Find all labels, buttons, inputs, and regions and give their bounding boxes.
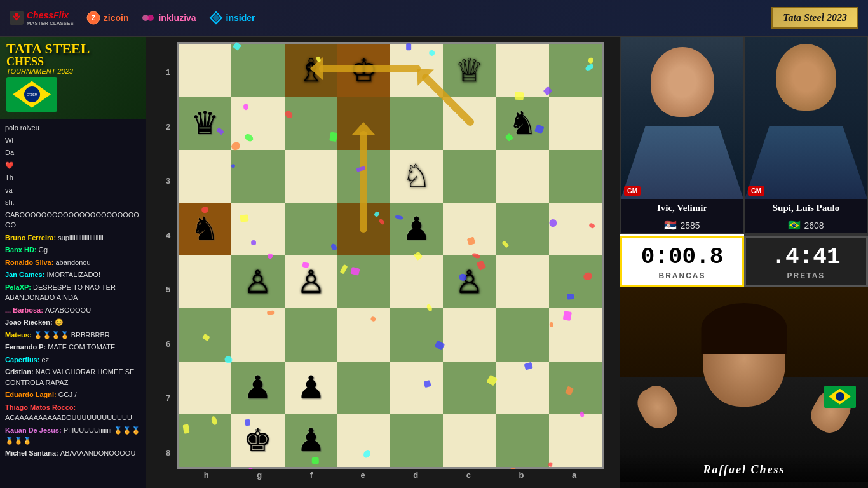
board-square[interactable]: ♘: [390, 150, 443, 203]
board-square[interactable]: [496, 362, 549, 414]
board-square[interactable]: [390, 362, 443, 414]
stream-title-line1: TATA STEEL: [6, 42, 140, 56]
brazil-flag: ORDEM: [6, 77, 57, 112]
board-square[interactable]: [337, 150, 390, 203]
chess-piece: ♞: [508, 107, 537, 139]
board-square[interactable]: [231, 308, 284, 361]
board-square[interactable]: [337, 414, 390, 467]
board-square[interactable]: [549, 255, 602, 308]
chat-message: Bruno Ferreira: supiiiiiiiiiiiiiiiiiiiii…: [5, 233, 141, 243]
chat-panel: TATA STEEL CHESS TOURNAMENT 2023 ORDEM p…: [0, 37, 146, 488]
board-square[interactable]: [231, 203, 284, 255]
board-square[interactable]: [496, 414, 549, 467]
chat-message: Cristian: NAO VAI CHORAR HOMEE SE CONTRO…: [5, 367, 141, 388]
top-bar: ChessFlix MASTER CLASSES Z zicoin inkluz…: [0, 0, 868, 37]
chess-piece: ♙: [243, 266, 272, 298]
board-square[interactable]: [285, 150, 337, 203]
chess-piece: ♚: [243, 424, 272, 456]
board-square[interactable]: [231, 97, 284, 149]
board-square[interactable]: [179, 44, 231, 97]
chat-message: CABOOOOOOOOOOOOOOOOOOOOOOOO: [5, 210, 141, 231]
chat-message: va: [5, 185, 141, 196]
board-square[interactable]: [390, 414, 443, 467]
insider-icon: [209, 11, 223, 25]
board-square[interactable]: ♚: [231, 414, 284, 467]
board-square[interactable]: [443, 97, 496, 149]
chat-message: ... Barbosa: ACABOOOOU: [5, 305, 141, 316]
chat-messages[interactable]: polo rolveuWiDa❤️Thvash.CABOOOOOOOOOOOOO…: [0, 119, 146, 488]
board-square[interactable]: [390, 97, 443, 149]
chess-piece: ♟: [297, 372, 325, 403]
board-square[interactable]: [443, 308, 496, 361]
board-square[interactable]: ♞: [179, 203, 231, 255]
commentator-name: Raffael Chess: [620, 454, 868, 482]
board-square[interactable]: [337, 203, 390, 255]
board-square[interactable]: [549, 362, 602, 414]
board-square[interactable]: ♙: [231, 255, 284, 308]
chess-piece: ♙: [455, 266, 484, 298]
chat-message: Michel Santana: ABAAAANDONOOOOU: [5, 448, 141, 459]
board-square[interactable]: ♟: [285, 362, 337, 414]
board-square[interactable]: [496, 308, 549, 361]
board-square[interactable]: [443, 362, 496, 414]
board-square[interactable]: [337, 308, 390, 361]
chess-piece: ♗: [297, 55, 325, 86]
board-square[interactable]: ♟: [390, 203, 443, 255]
white-flag: 🇷🇸: [664, 219, 677, 231]
board-square[interactable]: [231, 44, 284, 97]
board-square[interactable]: ♙: [443, 255, 496, 308]
board-square[interactable]: [390, 44, 443, 97]
board-square[interactable]: [285, 308, 337, 361]
board-square[interactable]: ♗: [285, 44, 337, 97]
tata-steel-badge-area: Tata Steel 2023: [771, 7, 858, 29]
board-square[interactable]: [496, 255, 549, 308]
chat-message: Da: [5, 147, 141, 158]
board-square[interactable]: [179, 308, 231, 361]
chat-message: Eduardo Lagni: GGJ /: [5, 390, 141, 400]
board-square[interactable]: [337, 97, 390, 149]
white-gm-badge: GM: [624, 186, 641, 196]
board-square[interactable]: ♙: [285, 255, 337, 308]
board-square[interactable]: [179, 414, 231, 467]
board-square[interactable]: [549, 44, 602, 97]
insider-sponsor: insider: [209, 11, 255, 25]
board-square[interactable]: [549, 97, 602, 149]
white-timer-value: 0:00.8: [641, 244, 724, 270]
board-square[interactable]: [337, 362, 390, 414]
board-square[interactable]: [549, 150, 602, 203]
board-square[interactable]: [337, 255, 390, 308]
board-square[interactable]: [443, 414, 496, 467]
board-square[interactable]: [179, 150, 231, 203]
board-square[interactable]: [390, 255, 443, 308]
board-square[interactable]: [549, 203, 602, 255]
chat-message: Fernando P: MATE COM TOMATE: [5, 342, 141, 353]
chat-message: Thiago Matos Rocco: ACAAAAAAAAAABOUUUUUU…: [5, 402, 141, 423]
board-square[interactable]: [443, 203, 496, 255]
chat-message: sh.: [5, 197, 141, 208]
board-square[interactable]: [496, 44, 549, 97]
chat-message: Jan Games: IMORTALIZADO!: [5, 269, 141, 280]
board-square[interactable]: [549, 414, 602, 467]
white-timer-label: BRANCAS: [659, 271, 706, 280]
board-ranks: 1 2 3 4 5 6 7 8: [163, 42, 177, 483]
board-square[interactable]: [549, 308, 602, 361]
board-square[interactable]: [285, 203, 337, 255]
board-square[interactable]: ♔: [337, 44, 390, 97]
board-square[interactable]: [390, 308, 443, 361]
board-square[interactable]: ♛: [179, 97, 231, 149]
board-square[interactable]: [179, 362, 231, 414]
stream-title-line2: CHESS: [6, 56, 140, 67]
board-files: h g f e d c b a: [177, 469, 604, 483]
board-square[interactable]: [179, 255, 231, 308]
board-square[interactable]: [285, 97, 337, 149]
board-square[interactable]: [443, 150, 496, 203]
chess-piece: ♞: [191, 213, 219, 245]
chess-piece: ♛: [191, 107, 219, 139]
board-square[interactable]: [231, 150, 284, 203]
board-square[interactable]: [496, 203, 549, 255]
board-square[interactable]: [496, 150, 549, 203]
board-square[interactable]: ♞: [496, 97, 549, 149]
board-square[interactable]: ♟: [285, 414, 337, 467]
board-square[interactable]: ♕: [443, 44, 496, 97]
board-square[interactable]: ♟: [231, 362, 284, 414]
